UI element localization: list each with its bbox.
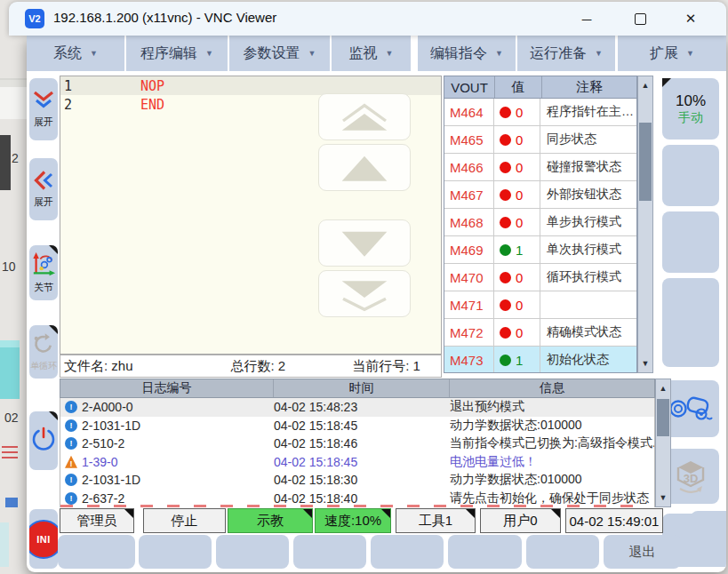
log-id: 2-1031-1D xyxy=(82,473,274,487)
close-button[interactable]: ✕ xyxy=(671,2,710,36)
bottom-blank-button[interactable] xyxy=(58,535,135,569)
status-cell-user[interactable]: 用户0 xyxy=(480,508,561,533)
table-row[interactable]: M471 0 xyxy=(444,291,636,319)
sidebar-power-button[interactable] xyxy=(29,411,58,470)
menu-parameter-settings[interactable]: 参数设置 ▼ xyxy=(229,36,330,71)
table-row[interactable]: M470 0 循环执行模式 xyxy=(444,264,636,291)
scroll-down-icon[interactable]: ▼ xyxy=(656,490,670,505)
page-up-button[interactable] xyxy=(318,93,411,140)
menu-system[interactable]: 系统 ▼ xyxy=(27,36,124,71)
table-row[interactable]: M465 0 同步状态 xyxy=(444,126,636,154)
vout-name: M465 xyxy=(444,126,494,153)
chevron-down-icon: ▼ xyxy=(90,49,98,58)
speed-mode-button[interactable]: 10% 手动 xyxy=(662,78,719,140)
window-title: 192.168.1.200 (x11vnc) - VNC Viewer xyxy=(53,10,276,25)
single-loop-icon xyxy=(32,332,55,359)
log-scrollbar[interactable]: ▲ ▼ xyxy=(655,379,671,507)
log-row[interactable]: ! 2-1031-1D 04-02 15:18:45 动力学数据状态:01000… xyxy=(60,417,654,435)
menu-label: 系统 xyxy=(53,44,82,63)
state-dot xyxy=(500,189,511,201)
log-message: 动力学数据状态:010000 xyxy=(450,472,654,488)
minimize-button[interactable]: ─ xyxy=(567,2,606,36)
scroll-up-icon[interactable]: ▲ xyxy=(638,78,652,92)
state-dot xyxy=(500,272,511,283)
scroll-up-icon[interactable]: ▲ xyxy=(656,381,670,395)
line-up-button[interactable] xyxy=(318,144,411,191)
status-cell-admin[interactable]: 管理员 xyxy=(60,508,134,533)
right-panel-blank-button[interactable] xyxy=(662,278,719,367)
page-down-button[interactable] xyxy=(318,270,411,317)
vout-scrollbar[interactable]: ▲ ▼ xyxy=(637,76,653,373)
status-label: 示教 xyxy=(257,513,284,530)
status-cell-teach[interactable]: 示教 xyxy=(228,508,313,533)
table-row-selected[interactable]: M473 1 初始化状态 xyxy=(444,347,636,373)
bottom-blank-button[interactable] xyxy=(448,535,522,569)
menu-run-preparation[interactable]: 运行准备 ▼ xyxy=(517,36,615,71)
line-down-button[interactable] xyxy=(318,219,411,267)
log-row[interactable]: ! 2-1031-1D 04-02 15:18:30 动力学数据状态:01000… xyxy=(60,471,654,490)
warning-icon: ! xyxy=(65,456,77,468)
chevron-down-icon: ▼ xyxy=(686,49,694,58)
vout-name: M469 xyxy=(444,236,494,263)
table-row[interactable]: M467 0 外部按钮状态 xyxy=(444,181,636,209)
log-row[interactable]: ! 2-A000-0 04-02 15:48:23 退出预约模式 xyxy=(60,398,654,417)
vout-comment: 外部按钮状态 xyxy=(540,181,636,208)
status-cell-tool[interactable]: 工具1 xyxy=(396,508,476,533)
state-dot xyxy=(500,162,511,173)
bottom-blank-button[interactable] xyxy=(526,535,599,569)
status-cell-stop[interactable]: 停止 xyxy=(143,508,226,533)
current-line: 当前行号: 1 xyxy=(352,358,420,375)
bottom-blank-button[interactable] xyxy=(216,535,289,569)
state-dot xyxy=(500,299,511,311)
triangle-down-icon xyxy=(330,226,399,261)
menu-edit-instruction[interactable]: 编辑指令 ▼ xyxy=(418,36,516,71)
window-titlebar[interactable]: V2 192.168.1.200 (x11vnc) - VNC Viewer ─… xyxy=(9,2,726,36)
line-number: 1 xyxy=(60,78,87,94)
vout-comment: 单步执行模式 xyxy=(540,209,636,235)
scroll-down-icon[interactable]: ▼ xyxy=(638,356,652,371)
menu-label: 监视 xyxy=(349,44,378,63)
vout-comment: 循环执行模式 xyxy=(540,264,636,291)
vout-comment xyxy=(540,291,636,318)
chevron-down-icon: ▼ xyxy=(595,49,603,58)
menu-program-edit[interactable]: 程序编辑 ▼ xyxy=(126,36,228,71)
menu-extension[interactable]: 扩展 ▼ xyxy=(618,36,726,71)
vout-value: 0 xyxy=(516,215,523,230)
scrollbar-thumb[interactable] xyxy=(657,399,669,436)
backdrop-text: 2 xyxy=(12,151,19,165)
table-row[interactable]: M464 0 程序指针在主… xyxy=(444,99,636,126)
program-line[interactable]: 1 NOP xyxy=(60,76,441,95)
sidebar-label: 单循环 xyxy=(30,360,57,372)
table-row[interactable]: M466 0 碰撞报警状态 xyxy=(444,154,636,181)
log-row[interactable]: ! 2-510-2 04-02 15:18:46 当前指令模式已切换为:高级指令… xyxy=(60,434,654,453)
bottom-blank-button[interactable] xyxy=(293,535,366,569)
state-dot xyxy=(500,217,511,228)
bottom-blank-button[interactable] xyxy=(371,535,444,569)
menu-monitor[interactable]: 监视 ▼ xyxy=(332,36,411,71)
log-time: 04-02 15:18:30 xyxy=(274,473,450,487)
vout-name: M464 xyxy=(444,99,494,125)
table-row[interactable]: M468 0 单步执行模式 xyxy=(444,209,636,236)
right-panel-blank-button[interactable] xyxy=(662,211,719,273)
right-panel-blank-button[interactable] xyxy=(662,145,719,206)
exit-button[interactable]: 退出 xyxy=(604,535,681,569)
column-header: 注释 xyxy=(542,76,636,98)
log-row-warning[interactable]: ! 1-39-0 04-02 15:18:45 电池电量过低！ xyxy=(60,453,654,472)
scrollbar-thumb[interactable] xyxy=(639,123,652,201)
sidebar-expand-left-button[interactable]: 展开 xyxy=(29,158,58,220)
sidebar-ini-button[interactable]: INI xyxy=(29,509,58,569)
sidebar-expand-down-button[interactable]: 展开 xyxy=(29,78,58,140)
bottom-tall-blank-button[interactable] xyxy=(691,511,726,567)
sidebar-joint-mode-button[interactable]: 关节 xyxy=(29,245,58,300)
maximize-button[interactable] xyxy=(620,2,660,36)
log-id: 2-510-2 xyxy=(82,436,274,450)
status-cell-speed[interactable]: 速度:10% xyxy=(315,508,391,533)
bottom-blank-button[interactable] xyxy=(139,535,212,569)
log-table-header: 日志编号 时间 信息 xyxy=(60,379,655,398)
log-id: 2-A000-0 xyxy=(82,400,274,414)
table-row[interactable]: M469 1 单次执行模式 xyxy=(444,236,636,264)
table-row[interactable]: M472 0 精确模式状态 xyxy=(444,319,636,347)
program-editor[interactable]: 1 NOP 2 END xyxy=(60,76,442,355)
column-header: 值 xyxy=(495,76,542,98)
state-dot xyxy=(500,134,511,146)
